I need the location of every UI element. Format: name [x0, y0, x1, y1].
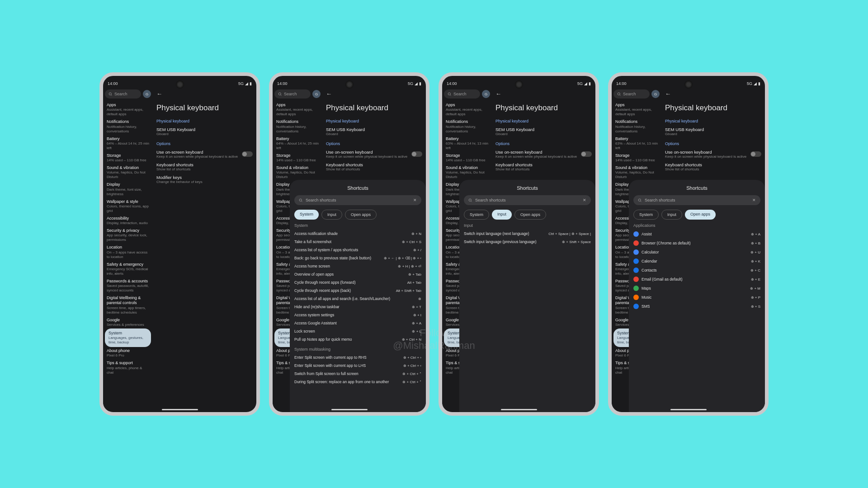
sidebar-item-sound-vibration[interactable]: Sound & vibrationVolume, haptics, Do Not… — [274, 164, 321, 181]
shortcut-row: Cycle through recent apps (back)Alt + Sh… — [294, 286, 421, 295]
sidebar-item-about-phone[interactable]: About phonePixel 6 Pro — [105, 347, 151, 359]
shortcut-label: Cycle through recent apps (forward) — [294, 280, 405, 285]
sidebar-item-safety-emergency[interactable]: Safety & emergencyEmergency SOS, medical… — [105, 261, 151, 277]
shortcut-keys: ⊕ + Ctrl + › — [403, 356, 421, 360]
shortcut-label: Back: go back to previous state (back bu… — [294, 256, 381, 260]
overlay-title: Shortcuts — [464, 185, 591, 191]
toggle[interactable] — [581, 151, 592, 157]
sidebar-item-storage[interactable]: Storage14% used – 110 GB free — [105, 152, 151, 164]
shortcut-row: Cycle through recent apps (forward)Alt +… — [294, 278, 421, 286]
sidebar-item-battery[interactable]: Battery63% – About 14 hr, 13 min left — [613, 135, 660, 152]
shortcut-keys: ⊕ + Tab — [408, 272, 421, 277]
shortcut-keys: ⊕ + U — [750, 250, 760, 254]
shortcut-label: Access list of all apps and search (i.e.… — [294, 296, 415, 301]
home-bar[interactable] — [670, 409, 707, 410]
sidebar-item-wallpaper-style[interactable]: Wallpaper & styleColors, themed icons, a… — [105, 198, 151, 215]
avatar[interactable]: G — [651, 90, 660, 98]
shortcut-keys: ⊕ + A — [751, 232, 760, 236]
sidebar-item-notifications[interactable]: NotificationsNotification history, conve… — [105, 118, 151, 135]
sidebar-item-system[interactable]: SystemLanguages, gestures, time, backup — [105, 328, 151, 347]
back-button[interactable]: ← — [156, 90, 253, 97]
shortcut-label: Browser (Chrome as default) — [642, 241, 748, 245]
search-input[interactable]: Search — [613, 89, 650, 99]
home-bar[interactable] — [331, 409, 368, 410]
sidebar-item-apps[interactable]: AppsAssistant, recent apps, default apps — [613, 101, 660, 118]
tab-system[interactable]: System — [633, 210, 659, 220]
sidebar-item-storage[interactable]: Storage14% used – 110 GB free — [613, 152, 660, 164]
camera-cutout — [345, 80, 354, 89]
toggle[interactable] — [411, 151, 422, 157]
sidebar-item-notifications[interactable]: NotificationsNotification history, conve… — [613, 118, 660, 135]
sidebar-item-apps[interactable]: AppsAssistant, recent apps, default apps — [274, 101, 321, 118]
tab-system[interactable]: System — [294, 210, 319, 220]
sidebar-item-accessibility[interactable]: AccessibilityDisplay, interaction, audio — [105, 215, 151, 227]
shortcut-keys: ⊕ + H | ⊕ + ⏎ — [398, 264, 421, 268]
sidebar-item-tips-support[interactable]: Tips & supportHelp articles, phone & cha… — [105, 359, 151, 376]
home-bar[interactable] — [162, 409, 198, 410]
shortcut-keys: ⊕ — [418, 297, 421, 301]
sidebar-item-sound-vibration[interactable]: Sound & vibrationVolume, haptics, Do Not… — [105, 164, 151, 181]
shortcuts-search[interactable]: Search shortcuts ✕ — [633, 195, 760, 205]
sidebar-item-location[interactable]: LocationOn – 3 apps have access to locat… — [105, 244, 151, 260]
svg-line-1 — [111, 94, 112, 95]
tab-open-apps[interactable]: Open apps — [514, 210, 546, 220]
tab-system[interactable]: System — [464, 210, 489, 220]
sidebar-item-storage[interactable]: Storage14% used – 110 GB free — [444, 152, 490, 164]
shortcuts-search[interactable]: Search shortcuts ✕ — [464, 195, 591, 205]
search-input[interactable]: Search — [274, 89, 311, 99]
close-icon[interactable]: ✕ — [583, 198, 586, 202]
avatar[interactable]: G — [312, 90, 321, 98]
toggle[interactable] — [750, 151, 761, 157]
sidebar-item-sound-vibration[interactable]: Sound & vibrationVolume, haptics, Do Not… — [613, 164, 660, 181]
shortcut-label: Calculator — [642, 250, 748, 254]
sidebar-item-google[interactable]: GoogleServices & preferences — [105, 316, 151, 328]
back-button[interactable]: ← — [495, 90, 592, 97]
tab-input[interactable]: Input — [661, 210, 682, 220]
shortcut-label: Lock screen — [294, 329, 409, 333]
svg-point-6 — [448, 93, 450, 95]
sidebar-item-apps[interactable]: AppsAssistant, recent apps, default apps — [105, 101, 151, 118]
shortcut-row: Access list of all apps and search (i.e.… — [294, 295, 421, 303]
sidebar-item-battery[interactable]: Battery64% – About 14 hr, 25 min left — [274, 135, 321, 152]
toggle[interactable] — [242, 151, 253, 157]
sidebar-item-sound-vibration[interactable]: Sound & vibrationVolume, haptics, Do Not… — [444, 164, 490, 181]
shortcut-row: Email (Gmail as default)⊕ + E — [633, 275, 760, 284]
tab-open-apps[interactable]: Open apps — [685, 210, 716, 220]
tab-input[interactable]: Input — [492, 210, 512, 220]
shortcut-label: Enter Split screen with current app to L… — [294, 363, 401, 368]
back-button[interactable]: ← — [326, 90, 422, 97]
shortcuts-search[interactable]: Search shortcuts ✕ — [294, 195, 421, 205]
sidebar-item-security-privacy[interactable]: Security & privacyApp security, device l… — [105, 227, 151, 244]
sidebar-item-battery[interactable]: Battery64% – About 14 hr, 25 min left — [105, 135, 151, 152]
app-icon — [633, 267, 639, 273]
sidebar-item-digital-wellbeing-parental-controls[interactable]: Digital Wellbeing & parental controlsScr… — [105, 294, 151, 316]
tab-open-apps[interactable]: Open apps — [345, 210, 377, 220]
avatar[interactable]: G — [482, 90, 490, 98]
sidebar-item-battery[interactable]: Battery63% – About 14 hr, 13 min left — [444, 135, 490, 152]
sidebar-item-passwords-accounts[interactable]: Passwords & accountsSaved passwords, aut… — [105, 277, 151, 294]
search-input[interactable]: Search — [444, 89, 480, 99]
sidebar-item-notifications[interactable]: NotificationsNotification history, conve… — [274, 118, 321, 135]
svg-point-0 — [109, 93, 111, 95]
shortcut-keys: ⊕ + A — [412, 321, 421, 325]
keyboard-shortcuts[interactable]: Keyboard shortcutsShow list of shortcuts — [156, 160, 253, 173]
modifier-keys[interactable]: Modifier keysChange the behavior of keys — [156, 173, 253, 186]
close-icon[interactable]: ✕ — [752, 198, 756, 202]
use-onscreen-keyboard[interactable]: Use on-screen keyboardKeep it on screen … — [156, 148, 253, 160]
home-bar[interactable] — [501, 409, 537, 410]
shortcut-keys: ⊕ + Ctrl + S — [402, 240, 421, 244]
back-button[interactable]: ← — [665, 90, 761, 97]
sidebar-item-display[interactable]: DisplayDark theme, font size, brightness — [105, 181, 151, 197]
close-icon[interactable]: ✕ — [413, 198, 417, 202]
search-input[interactable]: Search — [105, 89, 141, 99]
keyboard-row[interactable]: SEM USB Keyboard Gboard — [156, 125, 253, 138]
shortcut-row: Lock screen⊕ + L — [294, 327, 421, 335]
avatar[interactable]: G — [143, 90, 151, 98]
sidebar-item-storage[interactable]: Storage14% used – 110 GB free — [274, 152, 321, 164]
shortcut-row: Switch from Split screen to full screen⊕… — [294, 370, 421, 378]
shortcut-row: Switch input language (next language)Ctr… — [464, 230, 591, 238]
tab-input[interactable]: Input — [321, 210, 342, 220]
sidebar-item-apps[interactable]: AppsAssistant, recent apps, default apps — [444, 101, 490, 118]
app-icon — [633, 304, 639, 309]
sidebar-item-notifications[interactable]: NotificationsNotification history, conve… — [444, 118, 490, 135]
